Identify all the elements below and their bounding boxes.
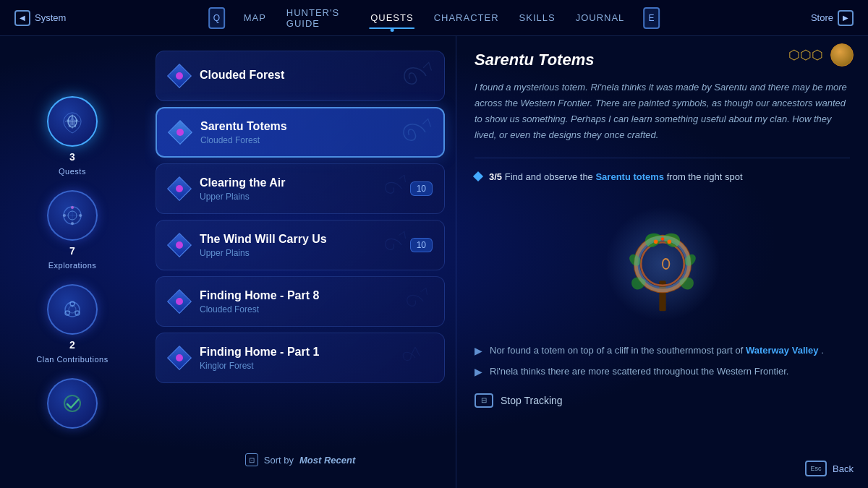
quest-item-clearing-the-air[interactable]: Clearing the Air Upper Plains 10 xyxy=(156,163,445,214)
top-navigation: ◀ System Q MAP HUNTER'S GUIDE QUESTS CHA… xyxy=(0,0,868,36)
quest-swirl-decoration xyxy=(393,340,437,376)
note-1-text-before: Nor found a totem on top of a cliff in t… xyxy=(490,345,743,356)
explorations-icon xyxy=(59,202,86,229)
notes-section: ▶ Nor found a totem on top of a cliff in… xyxy=(475,343,850,379)
active-indicator xyxy=(390,28,393,32)
svg-line-17 xyxy=(75,311,75,312)
totem-image xyxy=(597,199,728,329)
quest-item-finding-home-1[interactable]: Finding Home - Part 1 Kinglor Forest xyxy=(156,333,445,383)
sidebar: 3 Quests 7 Explorations xyxy=(0,36,145,488)
objective-diamond-icon xyxy=(473,171,483,181)
stop-tracking-button[interactable]: ⊟ Stop Tracking xyxy=(475,393,850,408)
quest-icon xyxy=(168,64,191,87)
nav-skills[interactable]: SKILLS xyxy=(518,9,557,26)
quest-list: Clouded Forest Sarentu Totems Clouded Fo… xyxy=(145,36,456,488)
back-label: Back xyxy=(833,463,854,474)
svg-point-11 xyxy=(65,302,80,317)
objective-text: 3/5 Find and observe the Sarentu totems … xyxy=(489,170,743,184)
nav-q-button[interactable]: Q xyxy=(208,7,225,29)
svg-point-26 xyxy=(660,237,664,241)
objective-highlight: Sarentu totems xyxy=(595,171,664,182)
quest-detail-panel: Sarentu Totems I found a mysterious tote… xyxy=(456,36,868,488)
clan-count: 2 xyxy=(69,339,75,351)
quest-diamond-inner xyxy=(176,185,183,192)
tracking-label: Stop Tracking xyxy=(501,395,563,406)
quest-icon xyxy=(168,177,191,200)
totem-svg xyxy=(619,213,706,314)
sort-label: Sort by xyxy=(264,455,294,466)
quest-swirl-decoration xyxy=(372,171,415,207)
quest-item-sarentu-totems[interactable]: Sarentu Totems Clouded Forest xyxy=(156,107,445,158)
note-arrow-icon-2: ▶ xyxy=(475,366,482,377)
note-1-text-after: . xyxy=(821,345,824,356)
back-button[interactable]: Esc Back xyxy=(805,461,854,476)
nav-character[interactable]: CHARACTER xyxy=(433,9,501,26)
sidebar-item-quests[interactable]: 3 Quests xyxy=(47,96,98,176)
sidebar-item-clan[interactable]: 2 Clan Contributions xyxy=(36,284,109,364)
explorations-count: 7 xyxy=(69,245,75,257)
detail-description: I found a mysterious totem. Ri'nela thin… xyxy=(475,80,850,143)
nav-center: Q MAP HUNTER'S GUIDE QUESTS CHARACTER SK… xyxy=(208,4,660,32)
note-1-link: Waterway Valley xyxy=(746,345,819,356)
nav-left: ◀ System xyxy=(14,10,66,26)
check-icon xyxy=(59,390,86,417)
quest-diamond-inner xyxy=(176,298,183,305)
check-circle xyxy=(47,378,98,429)
quest-item-wind-will-carry[interactable]: The Wind Will Carry Us Upper Plains 10 xyxy=(156,220,445,270)
store-button[interactable]: Store ▶ xyxy=(811,10,854,26)
quest-location: Upper Plains xyxy=(200,248,401,258)
explorations-label: Explorations xyxy=(48,261,97,270)
sort-value: Most Recent xyxy=(299,455,355,466)
svg-line-18 xyxy=(69,311,70,312)
note-text-1: Nor found a totem on top of a cliff in t… xyxy=(490,343,824,358)
back-key-icon: Esc xyxy=(805,461,827,476)
quests-icon xyxy=(58,107,87,136)
sidebar-item-check[interactable] xyxy=(47,378,98,429)
objective-text-after: from the right spot xyxy=(667,171,743,182)
system-label: System xyxy=(35,12,66,23)
quest-diamond-inner xyxy=(176,72,183,80)
main-content: Clouded Forest Sarentu Totems Clouded Fo… xyxy=(145,36,868,488)
nav-e-button[interactable]: E xyxy=(643,7,660,29)
nav-hunters-guide[interactable]: HUNTER'S GUIDE xyxy=(285,4,352,32)
clan-label: Clan Contributions xyxy=(36,355,109,364)
note-text-2: Ri'nela thinks there are more scattered … xyxy=(490,364,788,379)
resource-icons: ⬡⬡⬡ xyxy=(788,43,854,67)
quests-circle xyxy=(47,96,98,147)
note-item-1: ▶ Nor found a totem on top of a cliff in… xyxy=(475,343,850,358)
quest-item-clouded-forest-header[interactable]: Clouded Forest xyxy=(156,51,445,101)
quest-diamond-inner xyxy=(176,129,184,136)
note-arrow-icon: ▶ xyxy=(475,345,482,356)
nav-q-box: ◀ xyxy=(14,10,30,26)
clan-icon xyxy=(59,296,86,323)
quest-title: Clearing the Air xyxy=(200,176,401,189)
quest-item-finding-home-8[interactable]: Finding Home - Part 8 Clouded Forest xyxy=(156,276,445,327)
quest-swirl-decoration xyxy=(393,114,436,150)
nav-right: Store ▶ xyxy=(811,10,854,26)
nav-map[interactable]: MAP xyxy=(242,9,268,26)
sort-bar[interactable]: ⊡ Sort by Most Recent xyxy=(156,446,445,474)
quests-count: 3 xyxy=(69,151,75,163)
tracking-icon: ⊟ xyxy=(475,393,493,408)
arrows-icon: ⬡⬡⬡ xyxy=(788,47,823,63)
sidebar-item-explorations[interactable]: 7 Explorations xyxy=(47,190,98,270)
orb-icon xyxy=(830,43,854,67)
quest-diamond-inner xyxy=(176,241,183,249)
nav-store-box: ▶ xyxy=(838,10,854,26)
nav-quests[interactable]: QUESTS xyxy=(369,9,414,26)
explorations-circle xyxy=(47,190,98,241)
svg-point-25 xyxy=(667,239,671,244)
clan-circle xyxy=(47,284,98,335)
quest-icon xyxy=(168,346,191,369)
nav-journal[interactable]: JOURNAL xyxy=(574,9,626,26)
quest-swirl-decoration xyxy=(393,58,437,94)
system-button[interactable]: ◀ System xyxy=(14,10,66,26)
quest-swirl-decoration xyxy=(372,227,415,263)
detail-divider xyxy=(475,158,850,158)
quests-label: Quests xyxy=(59,167,86,176)
quest-title: The Wind Will Carry Us xyxy=(200,233,401,246)
quest-info: The Wind Will Carry Us Upper Plains xyxy=(200,233,401,258)
quest-icon xyxy=(169,121,192,144)
svg-point-24 xyxy=(653,239,658,244)
objective-text-before: Find and observe the xyxy=(505,171,596,182)
